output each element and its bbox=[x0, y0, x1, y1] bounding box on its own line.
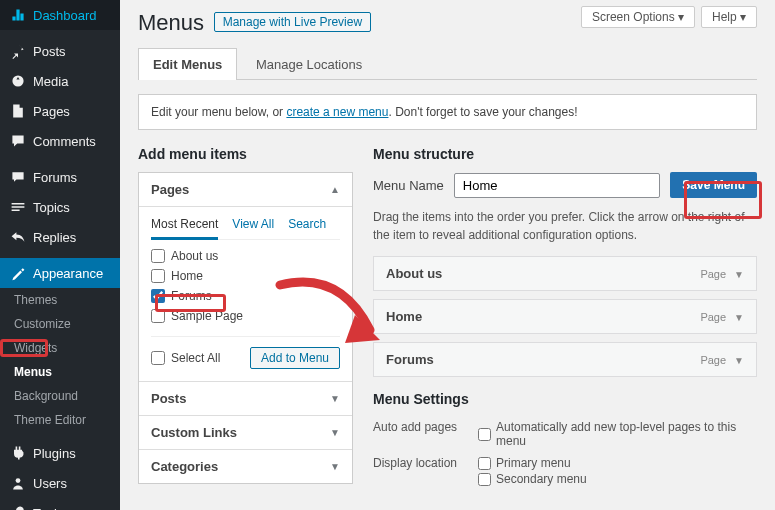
sidebar-item-forums[interactable]: Forums bbox=[0, 162, 120, 192]
menu-name-label: Menu Name bbox=[373, 178, 444, 193]
menu-structure-heading: Menu structure bbox=[373, 146, 757, 162]
accordion-posts-header[interactable]: Posts ▼ bbox=[139, 381, 352, 415]
add-to-menu-button[interactable]: Add to Menu bbox=[250, 347, 340, 369]
add-items-heading: Add menu items bbox=[138, 146, 353, 162]
subtab-view-all[interactable]: View All bbox=[232, 217, 274, 231]
menu-item-label: Forums bbox=[386, 352, 434, 367]
tabs: Edit Menus Manage Locations bbox=[138, 48, 757, 80]
tool-icon bbox=[10, 505, 26, 510]
menu-structure-item[interactable]: About usPage▼ bbox=[373, 256, 757, 291]
auto-add-option[interactable]: Automatically add new top-level pages to… bbox=[478, 420, 757, 448]
sidebar-item-media[interactable]: Media bbox=[0, 66, 120, 96]
sidebar-item-pages[interactable]: Pages bbox=[0, 96, 120, 126]
tab-manage-locations[interactable]: Manage Locations bbox=[241, 48, 377, 80]
page-item-sample-page[interactable]: Sample Page bbox=[151, 306, 340, 326]
screen-options-button[interactable]: Screen Options ▾ bbox=[581, 6, 695, 28]
menu-structure-item[interactable]: HomePage▼ bbox=[373, 299, 757, 334]
chevron-down-icon: ▼ bbox=[330, 461, 340, 472]
reply-icon bbox=[10, 229, 26, 245]
accordion-posts-label: Posts bbox=[151, 391, 186, 406]
sidebar-sub-themes[interactable]: Themes bbox=[0, 288, 120, 312]
sidebar-label: Media bbox=[33, 74, 68, 89]
sidebar-sub-background[interactable]: Background bbox=[0, 384, 120, 408]
tab-edit-menus[interactable]: Edit Menus bbox=[138, 48, 237, 80]
notice: Edit your menu below, or create a new me… bbox=[138, 94, 757, 130]
chevron-down-icon: ▼ bbox=[330, 393, 340, 404]
page-item-about-us[interactable]: About us bbox=[151, 246, 340, 266]
sidebar-label: Users bbox=[33, 476, 67, 491]
appearance-icon bbox=[10, 265, 26, 281]
display-location-option[interactable]: Primary menu bbox=[478, 456, 757, 470]
sidebar-item-users[interactable]: Users bbox=[0, 468, 120, 498]
display-location-checkbox[interactable] bbox=[478, 473, 491, 486]
accordion-categories-header[interactable]: Categories ▼ bbox=[139, 449, 352, 483]
sidebar-sub-menus[interactable]: Menus bbox=[0, 360, 120, 384]
forum-icon bbox=[10, 169, 26, 185]
menu-item-type: Page bbox=[700, 311, 726, 323]
select-all-row[interactable]: Select All bbox=[151, 348, 220, 368]
auto-add-checkbox[interactable] bbox=[478, 428, 491, 441]
page-checkbox[interactable] bbox=[151, 309, 165, 323]
subtab-most-recent[interactable]: Most Recent bbox=[151, 217, 218, 240]
display-location-label: Display location bbox=[373, 456, 468, 488]
notice-text-pre: Edit your menu below, or bbox=[151, 105, 286, 119]
sidebar-label: Forums bbox=[33, 170, 77, 185]
sidebar-item-dashboard[interactable]: Dashboard bbox=[0, 0, 120, 30]
menu-settings-heading: Menu Settings bbox=[373, 391, 757, 407]
chevron-down-icon: ▼ bbox=[330, 427, 340, 438]
sidebar-label: Replies bbox=[33, 230, 76, 245]
menu-item-type: Page bbox=[700, 268, 726, 280]
select-all-label: Select All bbox=[171, 351, 220, 365]
sidebar-sub-widgets[interactable]: Widgets bbox=[0, 336, 120, 360]
sidebar-item-replies[interactable]: Replies bbox=[0, 222, 120, 252]
sidebar-item-appearance[interactable]: Appearance bbox=[0, 258, 120, 288]
sidebar-item-plugins[interactable]: Plugins bbox=[0, 438, 120, 468]
pin-icon bbox=[10, 43, 26, 59]
page-item-home[interactable]: Home bbox=[151, 266, 340, 286]
menu-structure-item[interactable]: ForumsPage▼ bbox=[373, 342, 757, 377]
create-menu-link[interactable]: create a new menu bbox=[286, 105, 388, 119]
save-menu-button[interactable]: Save Menu bbox=[670, 172, 757, 198]
sidebar-label: Posts bbox=[33, 44, 66, 59]
dashboard-icon bbox=[10, 7, 26, 23]
menu-item-label: Home bbox=[386, 309, 422, 324]
svg-point-0 bbox=[16, 478, 21, 483]
chevron-down-icon[interactable]: ▼ bbox=[734, 355, 744, 366]
sidebar-sub-customize[interactable]: Customize bbox=[0, 312, 120, 336]
sidebar-sub-theme-editor[interactable]: Theme Editor bbox=[0, 408, 120, 432]
page-item-forums[interactable]: Forums bbox=[151, 286, 340, 306]
accordion-custom-links-header[interactable]: Custom Links ▼ bbox=[139, 415, 352, 449]
plugin-icon bbox=[10, 445, 26, 461]
topic-icon bbox=[10, 199, 26, 215]
sidebar-label: Pages bbox=[33, 104, 70, 119]
sidebar-label: Dashboard bbox=[33, 8, 97, 23]
sidebar-label: Comments bbox=[33, 134, 96, 149]
chevron-down-icon[interactable]: ▼ bbox=[734, 269, 744, 280]
page-checkbox[interactable] bbox=[151, 269, 165, 283]
comment-icon bbox=[10, 133, 26, 149]
select-all-checkbox[interactable] bbox=[151, 351, 165, 365]
help-button[interactable]: Help ▾ bbox=[701, 6, 757, 28]
accordion-pages-header[interactable]: Pages ▲ bbox=[139, 173, 352, 206]
display-location-checkbox[interactable] bbox=[478, 457, 491, 470]
sidebar-label: Appearance bbox=[33, 266, 103, 281]
display-location-option[interactable]: Secondary menu bbox=[478, 472, 757, 486]
page-checkbox[interactable] bbox=[151, 249, 165, 263]
sidebar-item-posts[interactable]: Posts bbox=[0, 36, 120, 66]
sidebar-item-tools[interactable]: Tools bbox=[0, 498, 120, 510]
subtab-search[interactable]: Search bbox=[288, 217, 326, 231]
sidebar-label: Tools bbox=[33, 506, 63, 511]
menu-name-input[interactable] bbox=[454, 173, 660, 198]
user-icon bbox=[10, 475, 26, 491]
chevron-up-icon: ▲ bbox=[330, 184, 340, 195]
page-checkbox[interactable] bbox=[151, 289, 165, 303]
chevron-down-icon[interactable]: ▼ bbox=[734, 312, 744, 323]
sidebar-item-topics[interactable]: Topics bbox=[0, 192, 120, 222]
drag-instructions: Drag the items into the order you prefer… bbox=[373, 208, 757, 244]
menu-item-label: About us bbox=[386, 266, 442, 281]
page-title: Menus bbox=[138, 10, 204, 36]
live-preview-button[interactable]: Manage with Live Preview bbox=[214, 12, 371, 32]
sidebar-label: Topics bbox=[33, 200, 70, 215]
sidebar-item-comments[interactable]: Comments bbox=[0, 126, 120, 156]
sidebar-label: Plugins bbox=[33, 446, 76, 461]
